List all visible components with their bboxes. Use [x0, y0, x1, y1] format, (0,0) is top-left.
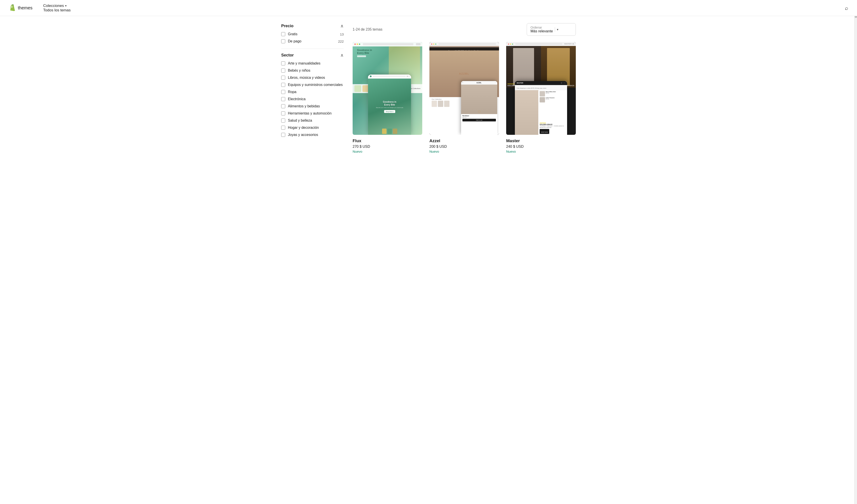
nav-collections-link[interactable]: Colecciones ▾ — [43, 4, 71, 8]
sort-chevron-icon: ▾ — [557, 28, 558, 31]
salud-checkbox[interactable] — [281, 119, 285, 122]
bebes-checkbox[interactable] — [281, 68, 285, 72]
arte-label: Arte y manualidades — [288, 61, 344, 65]
depago-label: De pago — [288, 39, 335, 43]
filter-item-depago[interactable]: De pago 222 — [281, 39, 344, 43]
site-header: themes Colecciones ▾ Todos los temas ⌕ — [0, 0, 857, 16]
sector-filter-title: Sector — [281, 53, 294, 57]
chevron-down-icon: ▾ — [65, 4, 67, 7]
sector-filter-section: Sector ∧ Arte y manualidades Bebés y niñ… — [281, 52, 344, 137]
salud-label: Salud y belleza — [288, 119, 344, 122]
main-content: 1-24 de 235 temas Ordenar Más relevante … — [353, 23, 576, 153]
filter-item-hogar[interactable]: Hogar y decoración — [281, 126, 344, 130]
alimentos-checkbox[interactable] — [281, 104, 285, 108]
flux-badge: Nuevo — [353, 150, 422, 153]
ropa-label: Ropa — [288, 90, 344, 94]
equipos-label: Equipos y suministros comerciales — [288, 83, 344, 87]
scrollbar[interactable] — [854, 0, 857, 161]
search-icon: ⌕ — [845, 5, 848, 11]
product-card-azzel[interactable]: Signup and Get 20% Off For New Product. … — [430, 42, 499, 153]
equipos-checkbox[interactable] — [281, 83, 285, 87]
gratis-checkbox[interactable] — [281, 32, 285, 36]
sort-divider — [555, 27, 555, 32]
alimentos-label: Alimentos y bebidas — [288, 104, 344, 108]
sidebar: Precio ∧ Gratis 13 De pago 222 Sector ∧ — [281, 23, 344, 153]
sort-label: Ordenar — [531, 26, 553, 29]
content-header: 1-24 de 235 temas Ordenar Más relevante … — [353, 23, 576, 36]
results-count: 1-24 de 235 temas — [353, 28, 382, 32]
price-filter-toggle[interactable]: ∧ — [340, 23, 344, 29]
price-filter-title: Precio — [281, 24, 293, 28]
herramientas-checkbox[interactable] — [281, 112, 285, 115]
logo-link[interactable]: themes — [9, 4, 33, 12]
master-name: Master — [506, 138, 576, 143]
master-image: MASTER ≡ ⊞ GOLDEN GRACE — [506, 42, 576, 135]
product-grid: Goodness inEvery Bite Bro — [353, 42, 576, 153]
depago-checkbox[interactable] — [281, 39, 285, 43]
hogar-label: Hogar y decoración — [288, 126, 344, 130]
logo-text: themes — [18, 5, 33, 11]
herramientas-label: Herramientas y automoción — [288, 112, 344, 115]
azzel-image: Signup and Get 20% Off For New Product. … — [430, 42, 499, 135]
sort-select[interactable]: Ordenar Más relevante ▾ — [527, 23, 576, 36]
depago-count: 222 — [338, 39, 344, 43]
filter-item-libros[interactable]: Libros, música y videos — [281, 75, 344, 80]
libros-checkbox[interactable] — [281, 75, 285, 80]
filter-item-electronica[interactable]: Electrónica — [281, 97, 344, 101]
product-card-flux[interactable]: Goodness inEvery Bite Bro — [353, 42, 422, 153]
filter-item-gratis[interactable]: Gratis 13 — [281, 32, 344, 36]
sector-filter-toggle[interactable]: ∧ — [340, 52, 344, 58]
electronica-label: Electrónica — [288, 97, 344, 101]
master-badge: Nuevo — [506, 150, 576, 153]
filter-item-arte[interactable]: Arte y manualidades — [281, 61, 344, 65]
filter-item-equipos[interactable]: Equipos y suministros comerciales — [281, 83, 344, 87]
filter-item-ropa[interactable]: Ropa — [281, 90, 344, 94]
bebes-label: Bebés y niños — [288, 68, 344, 72]
electronica-checkbox[interactable] — [281, 97, 285, 101]
price-filter-section: Precio ∧ Gratis 13 De pago 222 — [281, 23, 344, 43]
filter-divider — [281, 49, 344, 49]
gratis-label: Gratis — [288, 32, 337, 36]
filter-item-herramientas[interactable]: Herramientas y automoción — [281, 112, 344, 115]
gratis-count: 13 — [340, 32, 344, 36]
nav-all-themes-link[interactable]: Todos los temas — [43, 8, 71, 13]
main-nav: Colecciones ▾ Todos los temas — [43, 4, 79, 13]
filter-item-salud[interactable]: Salud y belleza — [281, 119, 344, 122]
filter-item-joyas[interactable]: Joyas y accesorios — [281, 133, 344, 137]
azzel-badge: Nuevo — [430, 150, 499, 153]
azzel-name: Azzel — [430, 138, 499, 143]
joyas-label: Joyas y accesorios — [288, 133, 344, 137]
joyas-checkbox[interactable] — [281, 133, 285, 137]
filter-item-alimentos[interactable]: Alimentos y bebidas — [281, 104, 344, 108]
product-card-master[interactable]: MASTER ≡ ⊞ GOLDEN GRACE — [506, 42, 576, 153]
hogar-checkbox[interactable] — [281, 126, 285, 130]
libros-label: Libros, música y videos — [288, 75, 344, 80]
master-price: 240 $ USD — [506, 145, 576, 149]
flux-name: Flux — [353, 138, 422, 143]
arte-checkbox[interactable] — [281, 61, 285, 65]
azzel-price: 200 $ USD — [430, 145, 499, 149]
sort-value: Más relevante — [531, 29, 553, 33]
ropa-checkbox[interactable] — [281, 90, 285, 94]
main-layout: Precio ∧ Gratis 13 De pago 222 Sector ∧ — [272, 16, 585, 161]
shopify-logo-icon — [9, 4, 16, 12]
flux-price: 270 $ USD — [353, 145, 422, 149]
search-button[interactable]: ⌕ — [845, 5, 848, 11]
filter-item-bebes[interactable]: Bebés y niños — [281, 68, 344, 72]
flux-image: Goodness inEvery Bite Bro — [353, 42, 422, 135]
price-filter-header: Precio ∧ — [281, 23, 344, 29]
sector-filter-header: Sector ∧ — [281, 52, 344, 58]
